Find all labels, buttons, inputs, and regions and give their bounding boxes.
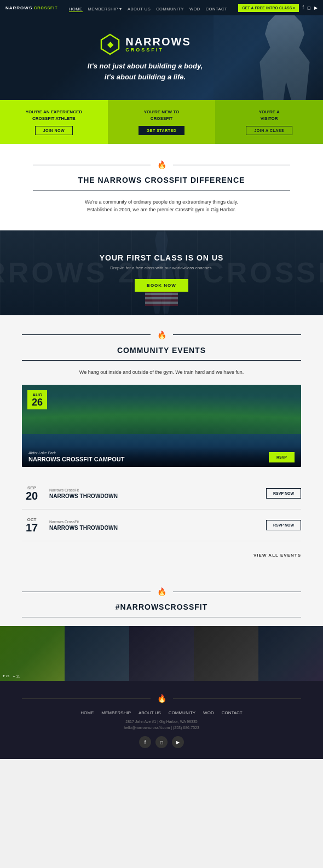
footer-facebook-icon[interactable]: f	[139, 736, 151, 748]
nav-item-about[interactable]: About Us	[128, 3, 151, 13]
hero-card-visitor: YOU'RE AVISITOR JOIN A CLASS	[215, 100, 323, 144]
nav-item-membership[interactable]: Membership ▾	[88, 3, 122, 13]
instagram-photo-4[interactable]	[194, 626, 258, 681]
event-list-item: Sep 20 Narrows CrossFit NARROWS THROWDOW…	[22, 478, 301, 510]
hero-brand-subtitle: CROSSFIT	[125, 47, 191, 53]
instagram-photo-1[interactable]: ♥ 75 ✦ 11	[0, 626, 65, 681]
difference-title: THE NARROWS CROSSFIT DIFFERENCE	[33, 176, 290, 184]
first-class-content: YOUR FIRST CLASS IS ON US Drop-in for a …	[100, 253, 223, 292]
event-org-1: Narrows CrossFit	[49, 488, 258, 492]
difference-section: 🔥 THE NARROWS CROSSFIT DIFFERENCE We're …	[0, 144, 323, 230]
youtube-icon[interactable]: ▶	[314, 5, 318, 10]
difference-text: We're a community of ordinary people doi…	[74, 198, 249, 214]
flame-icon-footer: 🔥	[157, 694, 166, 703]
footer-social: f ◻ ▶	[22, 736, 301, 748]
community-events-text: We hang out inside and outside of the gy…	[74, 368, 249, 376]
event-date-oct: Oct 17	[22, 517, 42, 533]
footer: 🔥 Home Membership About Us Community WOD…	[0, 681, 323, 759]
join-now-button[interactable]: JOIN NOW	[35, 126, 73, 135]
hero-brand-name: NARROWS	[125, 36, 191, 47]
hashtag-title: #NARROWSCROSSFIT	[22, 603, 301, 611]
hero-card-visitor-label: YOU'RE AVISITOR	[259, 109, 280, 121]
event-date-sep: Sep 20	[22, 485, 42, 501]
footer-email: hello@narrowscrossfit.com | (253) 686-75…	[22, 726, 301, 730]
event-name-1: NARROWS THROWDOWN	[49, 493, 258, 499]
instagram-grid: ♥ 75 ✦ 11	[0, 626, 323, 681]
featured-event-rsvp-button[interactable]: RSVP	[269, 452, 295, 462]
event-list: Sep 20 Narrows CrossFit NARROWS THROWDOW…	[22, 478, 301, 541]
event-list-item: Oct 17 Narrows CrossFit NARROWS THROWDOW…	[22, 510, 301, 541]
footer-link-contact[interactable]: Contact	[222, 710, 243, 715]
footer-address: 2817 Jahn Ave #1 | Gig Harbor, WA 98335	[22, 720, 301, 724]
hero-card-new: YOU'RE NEW TOCROSSFIT GET STARTED	[108, 100, 216, 144]
footer-link-membership[interactable]: Membership	[101, 710, 131, 715]
join-class-button[interactable]: JOIN A CLASS	[246, 126, 292, 135]
flame-icon-difference: 🔥	[157, 160, 166, 169]
first-class-subtitle: Drop-in for a free class with our world-…	[100, 265, 223, 270]
nav-item-contact[interactable]: Contact	[206, 3, 227, 13]
event-org-2: Narrows CrossFit	[49, 520, 258, 524]
featured-event: Aug 26 Alder Lake Park NARROWS CROSSFIT …	[22, 385, 301, 467]
navigation: NARROWS CROSSFIT Home Membership ▾ About…	[0, 0, 323, 15]
hero-card-experienced-label: YOU'RE AN EXPERIENCEDCROSSFIT ATHLETE	[26, 109, 82, 121]
hero-section: ◆ NARROWS CROSSFIT It's not just about b…	[0, 15, 323, 100]
nav-item-community[interactable]: Community	[156, 3, 184, 13]
nav-cta-button[interactable]: Get a Free Intro Class »	[238, 4, 299, 12]
footer-instagram-icon[interactable]: ◻	[155, 736, 168, 748]
featured-event-date: Aug 26	[27, 390, 47, 409]
nav-item-home[interactable]: Home	[69, 3, 83, 13]
ig-photo-1-stats: ♥ 75 ✦ 11	[3, 674, 20, 678]
footer-link-home[interactable]: Home	[80, 710, 94, 715]
svg-text:◆: ◆	[107, 40, 114, 49]
instagram-icon[interactable]: ◻	[307, 5, 311, 10]
instagram-photo-5[interactable]	[258, 626, 323, 681]
nav-item-wod[interactable]: WOD	[189, 3, 200, 13]
first-class-section: RROWS 2010 CROSSF YOUR FIRST CLASS IS ON…	[0, 230, 323, 315]
hashtag-section: 🔥 #NARROWSCROSSFIT	[0, 574, 323, 626]
event-rsvp-button-2[interactable]: RSVP NOW	[266, 520, 301, 530]
facebook-icon[interactable]: f	[302, 5, 304, 10]
book-now-button[interactable]: BOOK NOW	[135, 279, 188, 292]
brand-logo-icon: ◆	[99, 33, 121, 55]
hero-card-experienced: YOU'RE AN EXPERIENCEDCROSSFIT ATHLETE JO…	[0, 100, 108, 144]
community-events-title: COMMUNITY EVENTS	[22, 346, 301, 355]
hero-tagline: It's not just about building a body,it's…	[88, 61, 203, 82]
first-class-title: YOUR FIRST CLASS IS ON US	[100, 253, 223, 262]
nav-menu: Home Membership ▾ About Us Community WOD…	[69, 3, 227, 13]
instagram-photo-3[interactable]	[129, 626, 194, 681]
featured-event-name: NARROWS CROSSFIT CAMPOUT	[28, 456, 124, 462]
flame-icon-events: 🔥	[157, 331, 166, 339]
get-started-button[interactable]: GET STARTED	[139, 126, 184, 135]
view-all-events-link[interactable]: VIEW ALL EVENTS	[253, 553, 301, 558]
event-name-2: NARROWS THROWDOWN	[49, 525, 258, 531]
hero-cards: YOU'RE AN EXPERIENCEDCROSSFIT ATHLETE JO…	[0, 100, 323, 144]
flame-icon-hashtag: 🔥	[157, 587, 166, 596]
nav-logo: NARROWS CROSSFIT	[5, 5, 58, 10]
footer-nav: Home Membership About Us Community WOD C…	[22, 710, 301, 715]
featured-event-location: Alder Lake Park	[28, 451, 124, 455]
community-events-section: 🔥 COMMUNITY EVENTS We hang out inside an…	[0, 315, 323, 574]
hero-card-new-label: YOU'RE NEW TOCROSSFIT	[144, 109, 179, 121]
footer-youtube-icon[interactable]: ▶	[172, 736, 184, 748]
footer-link-about[interactable]: About Us	[139, 710, 161, 715]
instagram-photo-2[interactable]	[65, 626, 129, 681]
footer-link-community[interactable]: Community	[169, 710, 195, 715]
event-rsvp-button-1[interactable]: RSVP NOW	[266, 488, 301, 499]
footer-link-wod[interactable]: WOD	[203, 710, 214, 715]
